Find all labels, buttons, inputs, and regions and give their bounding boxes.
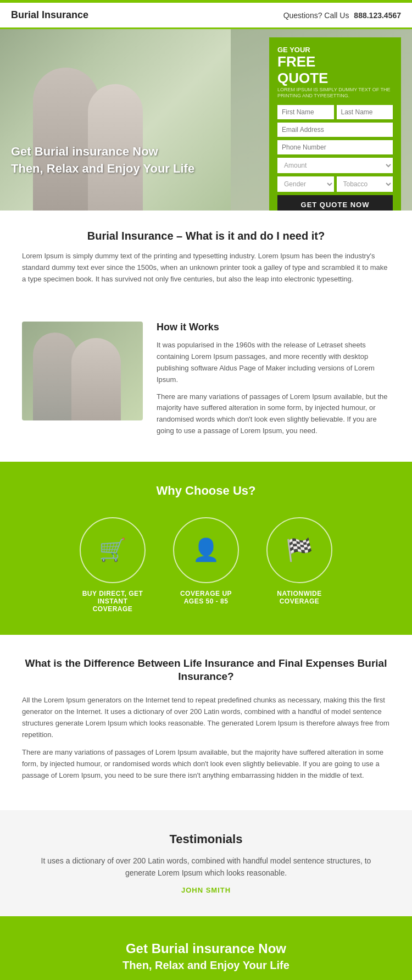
gender-select[interactable]: Gender Male Female	[277, 176, 334, 192]
hero-section: Get Burial insurance Now Then, Relax and…	[0, 29, 412, 211]
get-quote-button[interactable]: GET QUOTE NOW	[277, 195, 393, 211]
form-subtitle: LOREM IPSUM IS SIMPLY DUMMY TEXT OF THE …	[277, 87, 393, 99]
why-item-buy-direct: 🛒 BUY DIRECT, GET INSTANT COVERAGE	[77, 517, 148, 613]
why-icons-row: 🛒 BUY DIRECT, GET INSTANT COVERAGE 👤 COV…	[16, 517, 396, 613]
quote-form-box: GE YOUR FREE QUOTE LOREM IPSUM IS SIMPLY…	[269, 37, 401, 211]
form-title-free: FREE	[277, 54, 393, 70]
why-circle-coverage-ages: 👤	[173, 517, 239, 583]
hero-text: Get Burial insurance Now Then, Relax and…	[11, 143, 194, 178]
why-item-coverage-ages: 👤 COVERAGE UP AGES 50 - 85	[170, 517, 242, 613]
header-contact: Questions? Call Us 888.123.4567	[283, 11, 401, 20]
how-it-works-title: How it Works	[157, 322, 390, 333]
first-name-input[interactable]	[277, 105, 334, 119]
how-it-works-para1: It was popularised in the 1960s with the…	[157, 340, 390, 385]
testimonials-section: Testimonials It uses a dictionary of ove…	[0, 810, 412, 916]
testimonials-title: Testimonials	[33, 832, 379, 846]
how-it-works-section: How it Works It was popularised in the 1…	[0, 311, 412, 461]
difference-para1: All the Lorem Ipsum generators on the In…	[22, 695, 390, 740]
burial-section-body: Lorem Ipsum is simply dummy text of the …	[22, 251, 390, 285]
burial-section-title: Burial Insurance – What is it and do I n…	[22, 230, 390, 242]
person-icon: 👤	[192, 537, 220, 563]
burial-info-section: Burial Insurance – What is it and do I n…	[0, 211, 412, 311]
why-choose-section: Why Choose Us? 🛒 BUY DIRECT, GET INSTANT…	[0, 462, 412, 635]
hero-couple-image	[0, 29, 231, 211]
phone-input[interactable]	[277, 140, 393, 154]
how-it-works-para2: There are many variations of passages of…	[157, 391, 390, 437]
name-row	[277, 105, 393, 119]
difference-section: What is the Difference Between Life Insu…	[0, 635, 412, 810]
last-name-input[interactable]	[337, 105, 393, 119]
why-choose-title: Why Choose Us?	[16, 484, 396, 498]
why-label-nationwide: NATIONWIDE COVERAGE	[264, 590, 335, 605]
difference-title: What is the Difference Between Life Insu…	[22, 657, 390, 684]
hero-headline-line2: Then, Relax and Enjoy Your Life	[11, 162, 194, 175]
form-title-ge: GE YOUR	[277, 46, 393, 54]
how-it-works-content: How it Works It was popularised in the 1…	[157, 322, 390, 442]
header: Burial Insurance Questions? Call Us 888.…	[0, 3, 412, 29]
why-item-nationwide: 🏁 NATIONWIDE COVERAGE	[264, 517, 335, 613]
why-circle-buy-direct: 🛒	[80, 517, 146, 583]
why-label-buy-direct: BUY DIRECT, GET INSTANT COVERAGE	[77, 590, 148, 613]
site-logo: Burial Insurance	[11, 9, 88, 21]
flag-icon: 🏁	[286, 537, 313, 563]
select-row: Gender Male Female Tobacco Yes No	[277, 176, 393, 192]
email-input[interactable]	[277, 123, 393, 137]
how-it-works-image	[22, 322, 143, 420]
couple-photo	[0, 29, 231, 211]
why-label-coverage-ages: COVERAGE UP AGES 50 - 85	[170, 590, 242, 605]
questions-label: Questions? Call Us	[283, 11, 349, 20]
cta-section: Get Burial insurance Now Then, Relax and…	[0, 916, 412, 981]
amount-select[interactable]: Amount	[277, 158, 393, 173]
testimonial-body: It uses a dictionary of over 200 Latin w…	[33, 855, 379, 879]
cta-title-line1: Get Burial insurance Now	[22, 941, 390, 956]
testimonial-author: JOHN SMITH	[33, 886, 379, 894]
tobacco-select[interactable]: Tobacco Yes No	[337, 176, 393, 192]
form-title-quote: QUOTE	[277, 70, 393, 87]
cta-title-line2: Then, Relax and Enjoy Your Life	[22, 959, 390, 972]
why-circle-nationwide: 🏁	[266, 517, 332, 583]
difference-para2: There are many variations of passages of…	[22, 747, 390, 781]
hero-headline-line1: Get Burial insurance Now	[11, 145, 158, 158]
phone-number[interactable]: 888.123.4567	[354, 11, 401, 20]
cart-icon: 🛒	[99, 537, 126, 563]
